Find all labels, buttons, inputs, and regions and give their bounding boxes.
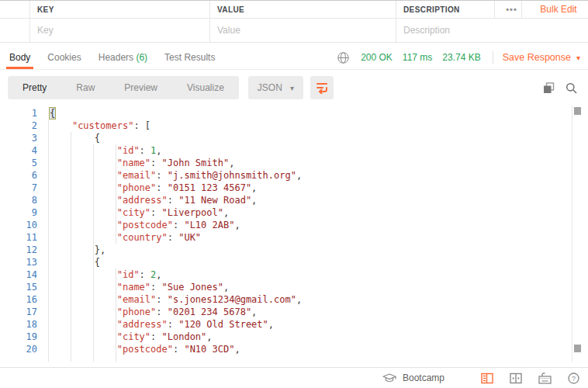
code-line: 5 "name": "John Smith", [0,157,588,169]
code-line: 16 "email": "s.jones1234@gmail.com", [0,293,588,306]
line-number: 6 [0,169,37,182]
key-input[interactable]: Key [29,19,209,42]
copy-icon[interactable] [543,82,555,94]
code-line: 18 "address": "120 Old Street", [0,318,588,331]
code-line: 19 "city": "London", [0,331,588,343]
line-number: 11 [0,231,37,244]
line-number: 3 [0,132,37,144]
divider [493,51,493,64]
line-number: 12 [0,244,37,256]
code-line: 9 "city": "Liverpool", [0,206,588,219]
code-line: 10 "postcode": "L10 2AB", [0,219,588,231]
code-line: 12 }, [0,244,588,256]
code-line: 6 "email": "j.smith@johnsmith.org", [0,169,588,182]
view-mode-switcher: Pretty Raw Preview Visualize [8,76,239,99]
line-number: 2 [0,120,37,132]
code-line: 20 "postcode": "N10 3CD", [0,343,588,355]
chevron-down-icon: ▾ [576,54,580,62]
line-number: 4 [0,144,37,157]
response-tabs: Body Cookies Headers (6) Test Results [6,47,337,69]
row-handle-column [0,19,29,42]
tab-body[interactable]: Body [6,47,33,69]
save-response-button[interactable]: Save Response ▾ [503,52,580,63]
code-line: 11 "country": "UK" [0,231,588,244]
row-handle-column [0,1,29,18]
response-time: 117 ms [403,52,432,63]
viewer-toolbar: Pretty Raw Preview Visualize JSON ▾ [0,76,588,99]
line-number: 10 [0,219,37,231]
more-options-icon[interactable]: ••• [494,1,521,18]
response-body-editor[interactable]: 1{2 "customers": [3 {4 "id": 1,5 "name":… [0,106,588,362]
network-globe-icon[interactable] [337,52,349,64]
mode-pretty[interactable]: Pretty [8,76,61,99]
chevron-down-icon: ▾ [290,84,294,92]
mode-raw[interactable]: Raw [61,76,109,99]
value-input[interactable]: Value [209,19,396,42]
params-header-row: KEY VALUE DESCRIPTION ••• Bulk Edit [0,1,588,19]
two-pane-layout-icon[interactable] [510,372,522,384]
indent-guide [116,268,116,362]
indent-guide [71,132,71,362]
key-column-header: KEY [37,5,54,14]
search-icon[interactable] [566,82,577,94]
footer-bar: Bootcamp [0,367,588,388]
code-line: 3 { [0,132,588,144]
indent-guide [116,144,116,244]
beautify-icon [315,81,329,94]
status-code: 200 OK [361,52,393,63]
code-line: 8 "address": "11 New Road", [0,194,588,206]
line-number: 9 [0,206,37,219]
line-number: 18 [0,318,37,331]
code-line: 2 "customers": [ [0,120,588,132]
svg-text:?: ? [572,373,576,382]
params-input-row: Key Value Description [0,19,588,43]
graduation-cap-icon [382,373,396,383]
tab-test-results[interactable]: Test Results [161,47,218,69]
line-number: 8 [0,194,37,206]
keyboard-shortcuts-icon[interactable] [538,372,552,384]
response-panel: KEY VALUE DESCRIPTION ••• Bulk Edit Key … [0,0,588,388]
code-line: 15 "name": "Sue Jones", [0,281,588,293]
description-input[interactable]: Description [396,19,588,42]
headers-count-badge: (6) [136,52,147,63]
response-size: 23.74 KB [442,52,480,63]
indent-guide [48,120,49,362]
line-number: 15 [0,281,37,293]
code-line: 17 "phone": "0201 234 5678", [0,306,588,318]
code-line: 1{ [0,107,588,120]
line-number: 1 [0,107,37,120]
code-line: 14 "id": 2, [0,268,588,281]
code-line: 13 { [0,256,588,268]
bootcamp-button[interactable]: Bootcamp [382,372,444,383]
description-column-header: DESCRIPTION [403,5,460,14]
line-number: 7 [0,182,37,194]
language-select[interactable]: JSON ▾ [248,76,303,99]
release-notes-icon[interactable] [481,372,493,384]
line-number: 13 [0,256,37,268]
editor-scroll-track [572,106,572,362]
response-meta-bar: Body Cookies Headers (6) Test Results 20… [0,47,588,70]
scrollbar-mark[interactable] [574,345,581,352]
code-line: 4 "id": 1, [0,144,588,157]
tab-cookies[interactable]: Cookies [44,47,84,69]
line-number: 16 [0,293,37,306]
line-number: 20 [0,343,37,355]
params-table: KEY VALUE DESCRIPTION ••• Bulk Edit Key … [0,1,588,43]
scrollbar-thumb[interactable] [574,107,581,115]
mode-preview[interactable]: Preview [109,76,172,99]
line-number: 19 [0,331,37,343]
line-number: 5 [0,157,37,169]
help-icon[interactable]: ? [568,372,579,384]
tab-headers[interactable]: Headers (6) [95,47,150,69]
indent-guide [93,144,94,362]
value-column-header: VALUE [217,5,244,14]
beautify-button[interactable] [310,76,334,99]
line-number: 17 [0,306,37,318]
bulk-edit-button[interactable]: Bulk Edit [521,1,588,18]
mode-visualize[interactable]: Visualize [172,76,239,99]
code-lines: 1{2 "customers": [3 {4 "id": 1,5 "name":… [0,107,588,355]
line-number: 14 [0,268,37,281]
code-line: 7 "phone": "0151 123 4567", [0,182,588,194]
